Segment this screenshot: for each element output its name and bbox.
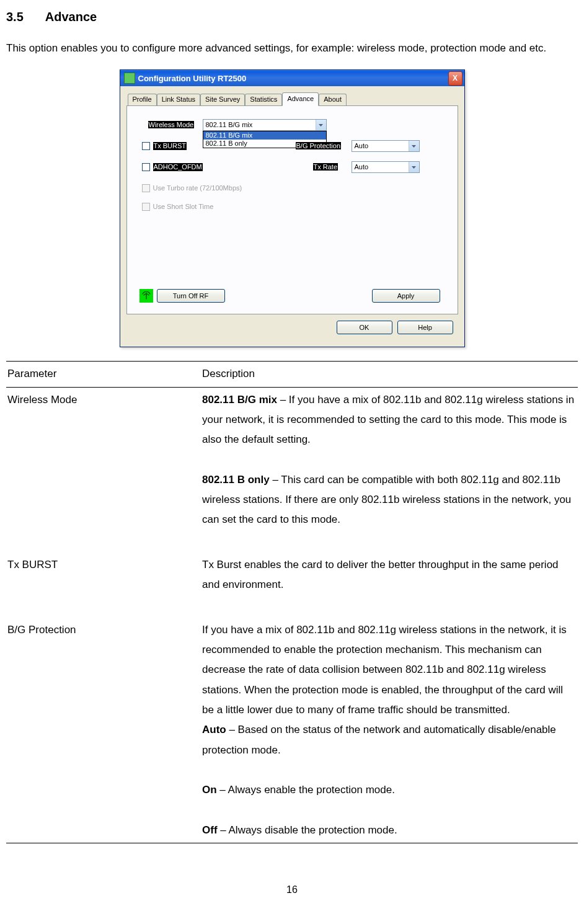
tab-advance[interactable]: Advance — [282, 92, 319, 106]
short-slot-checkbox: Use Short Slot Time — [142, 203, 214, 211]
section-heading: 3.5 Advance — [6, 5, 578, 29]
on-label: On — [202, 784, 217, 796]
short-slot-label: Use Short Slot Time — [153, 203, 214, 211]
tx-rate-value: Auto — [352, 162, 409, 172]
adhoc-ofdm-checkbox[interactable]: ADHOC_OFDM — [142, 163, 203, 171]
checkbox-icon — [142, 142, 150, 150]
section-title: Advance — [45, 10, 97, 24]
chevron-down-icon[interactable] — [316, 120, 326, 130]
b-only-label: 802.11 B only — [202, 474, 270, 486]
desc-tx-burst: Tx Burst enables the card to deliver the… — [201, 553, 578, 618]
tab-profile[interactable]: Profile — [128, 94, 157, 105]
apply-button[interactable]: Apply — [372, 289, 440, 303]
tab-link-status[interactable]: Link Status — [157, 94, 200, 105]
wireless-mode-label: Wireless Mode — [148, 121, 195, 128]
ok-button[interactable]: OK — [337, 321, 392, 334]
checkbox-icon — [142, 163, 150, 171]
tab-about[interactable]: About — [319, 94, 347, 105]
config-dialog: Configuration Utility RT2500 X Profile L… — [120, 69, 465, 347]
bg-protection-combo[interactable]: Auto — [352, 140, 420, 152]
desc-wireless-mode: 802.11 B/G mix – If you have a mix of 80… — [201, 387, 578, 553]
tx-burst-checkbox[interactable]: Tx BURST — [142, 142, 187, 150]
auto-text: – Based on the status of the network and… — [202, 724, 556, 755]
wireless-mode-option-bg-mix[interactable]: 802.11 B/G mix — [203, 131, 326, 140]
close-icon: X — [453, 74, 458, 82]
off-text: – Always disable the protection mode. — [218, 824, 397, 836]
wireless-mode-value: 802.11 B/G mix — [203, 120, 316, 130]
turbo-rate-label: Use Turbo rate (72/100Mbps) — [153, 184, 242, 192]
section-intro: This option enables you to configure mor… — [6, 38, 578, 58]
turn-off-rf-button[interactable]: Turn Off RF — [157, 289, 225, 303]
wireless-mode-combo[interactable]: 802.11 B/G mix — [203, 119, 327, 131]
dialog-titlebar[interactable]: Configuration Utility RT2500 X — [120, 70, 464, 86]
page-number: 16 — [6, 881, 578, 899]
table-header-description: Description — [201, 362, 578, 387]
app-icon — [124, 73, 135, 84]
bg-mix-label: 802.11 B/G mix — [202, 394, 277, 406]
tab-site-survey[interactable]: Site Survey — [200, 94, 245, 105]
tx-rate-combo[interactable]: Auto — [352, 161, 420, 173]
chevron-down-icon[interactable] — [409, 141, 419, 151]
section-number: 3.5 — [6, 5, 42, 29]
off-label: Off — [202, 824, 218, 836]
param-bg-protection: B/G Protection — [6, 618, 201, 843]
table-row: Wireless Mode 802.11 B/G mix – If you ha… — [6, 387, 578, 553]
turbo-rate-checkbox: Use Turbo rate (72/100Mbps) — [142, 184, 242, 192]
tab-page-advance: Wireless Mode 802.11 B/G mix 802.11 B/G … — [126, 106, 458, 314]
table-row: B/G Protection If you have a mix of 802.… — [6, 618, 578, 843]
tx-rate-label: Tx Rate — [313, 163, 338, 171]
tab-statistics[interactable]: Statistics — [245, 94, 282, 105]
param-tx-burst: Tx BURST — [6, 553, 201, 618]
checkbox-icon — [142, 203, 150, 211]
bg-protection-intro: If you have a mix of 802.11b and 802.11g… — [202, 624, 567, 716]
adhoc-ofdm-label: ADHOC_OFDM — [153, 163, 203, 171]
bg-protection-value: Auto — [352, 141, 409, 151]
param-wireless-mode: Wireless Mode — [6, 387, 201, 553]
parameter-table: Parameter Description Wireless Mode 802.… — [6, 361, 578, 843]
help-button[interactable]: Help — [397, 321, 453, 334]
desc-bg-protection: If you have a mix of 802.11b and 802.11g… — [201, 618, 578, 843]
auto-label: Auto — [202, 724, 226, 735]
table-header-parameter: Parameter — [6, 362, 201, 387]
checkbox-icon — [142, 184, 150, 192]
on-text: – Always enable the protection mode. — [217, 784, 395, 796]
bg-protection-label: B/G Protection — [296, 142, 342, 149]
close-button[interactable]: X — [448, 71, 462, 86]
table-row: Tx BURST Tx Burst enables the card to de… — [6, 553, 578, 618]
tx-burst-label: Tx BURST — [153, 142, 187, 150]
dialog-title: Configuration Utility RT2500 — [138, 74, 448, 84]
rf-status-icon — [139, 289, 153, 303]
chevron-down-icon[interactable] — [409, 162, 419, 172]
tab-strip: Profile Link Status Site Survey Statisti… — [126, 92, 458, 106]
